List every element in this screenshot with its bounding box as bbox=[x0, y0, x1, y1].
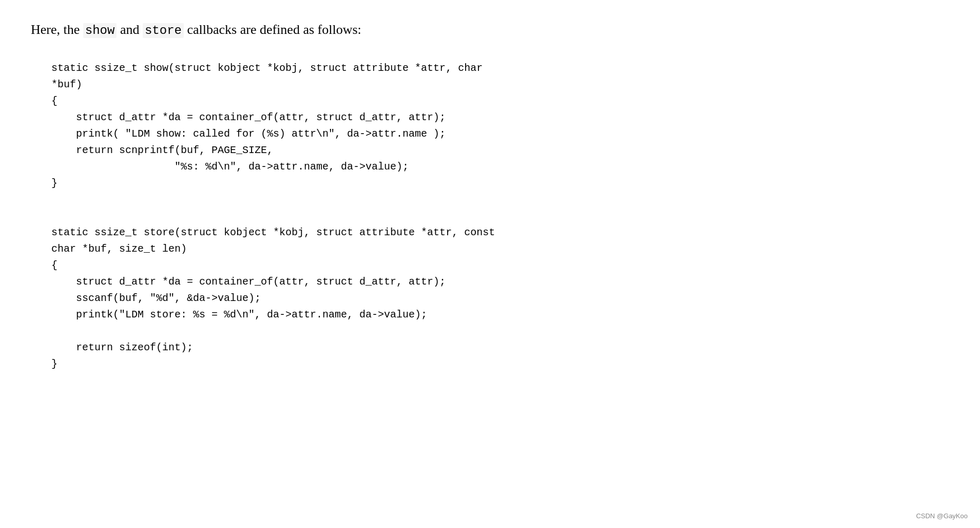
intro-text-middle: and bbox=[117, 22, 143, 37]
show-function-code: static ssize_t show(struct kobject *kobj… bbox=[31, 52, 949, 200]
show-keyword: show bbox=[83, 23, 117, 38]
store-function-code: static ssize_t store(struct kobject *kob… bbox=[31, 200, 949, 381]
intro-text-prefix: Here, the bbox=[31, 22, 83, 37]
store-keyword: store bbox=[143, 23, 184, 38]
intro-text-suffix: callbacks are defined as follows: bbox=[184, 22, 361, 37]
intro-heading: Here, the show and store callbacks are d… bbox=[31, 21, 949, 40]
